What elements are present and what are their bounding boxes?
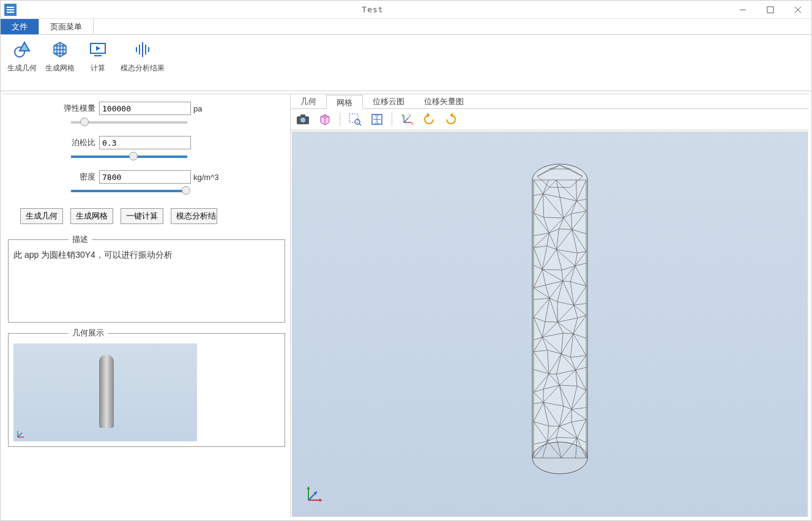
ribbon-generate-mesh[interactable]: 生成网格 — [45, 40, 75, 88]
poisson-input[interactable] — [99, 136, 191, 149]
ribbon-compute[interactable]: 计算 — [83, 40, 113, 88]
slider-thumb[interactable] — [80, 118, 89, 126]
mesh-viewport[interactable] — [292, 132, 808, 517]
slider-thumb[interactable] — [129, 152, 138, 160]
modal-results-button[interactable]: 模态分析结果 — [171, 208, 217, 224]
density-label: 密度 — [59, 171, 95, 182]
rotate-right-icon[interactable] — [442, 111, 460, 127]
svg-marker-17 — [96, 46, 100, 51]
svg-line-26 — [18, 433, 22, 437]
toolbar-separator — [340, 113, 340, 126]
cylinder-mesh — [531, 163, 589, 475]
svg-marker-274 — [319, 498, 322, 502]
svg-rect-4 — [767, 7, 773, 13]
one-click-compute-button[interactable]: 一键计算 — [121, 208, 163, 224]
poisson-label: 泊松比 — [59, 137, 95, 148]
view-cube-icon[interactable] — [316, 111, 333, 127]
titlebar: Test — [1, 1, 811, 19]
generate-geometry-icon — [12, 40, 32, 59]
svg-line-35 — [359, 124, 361, 126]
svg-rect-0 — [7, 7, 14, 8]
svg-rect-1 — [7, 9, 14, 10]
screenshot-icon[interactable] — [294, 111, 311, 127]
right-panel: 几何 网格 位移云图 位移矢量图 xyz — [291, 94, 809, 518]
ribbon-label: 生成几何 — [7, 63, 37, 73]
view-tab-mesh[interactable]: 网格 — [326, 95, 363, 109]
zoom-box-icon[interactable] — [346, 111, 363, 127]
zoom-extents-icon[interactable] — [368, 111, 386, 127]
rotate-left-icon[interactable] — [420, 111, 438, 127]
maximize-button[interactable] — [756, 1, 784, 19]
svg-point-34 — [355, 119, 360, 124]
svg-text:z: z — [409, 113, 411, 118]
menu-tab-file[interactable]: 文件 — [1, 19, 39, 34]
elastic-modulus-slider[interactable] — [71, 121, 187, 124]
geometry-preview-viewport[interactable] — [13, 343, 197, 441]
app-icon — [4, 4, 17, 16]
compute-icon — [88, 40, 108, 59]
svg-text:x: x — [411, 121, 414, 126]
ribbon-label: 生成网格 — [45, 63, 75, 73]
view-tab-displacement-vector[interactable]: 位移矢量图 — [414, 94, 474, 108]
view-toolbar: xyz — [291, 109, 809, 130]
slider-thumb[interactable] — [182, 186, 190, 195]
geometry-preview-fieldset: 几何展示 — [8, 328, 285, 447]
close-button[interactable] — [784, 1, 811, 19]
elastic-modulus-unit: pa — [193, 104, 202, 113]
ribbon-label: 模态分析结果 — [121, 63, 165, 73]
density-slider[interactable] — [71, 190, 187, 192]
svg-marker-276 — [307, 487, 310, 489]
svg-line-43 — [404, 118, 409, 122]
elastic-modulus-label: 弹性模量 — [59, 103, 95, 114]
menubar: 文件 页面菜单 — [1, 19, 811, 35]
minimize-button[interactable] — [729, 1, 756, 19]
poisson-slider[interactable] — [71, 156, 187, 158]
description-fieldset: 描述 此 app 为圆柱销30Y4，可以进行振动分析 — [8, 234, 285, 323]
svg-rect-2 — [7, 12, 14, 13]
geometry-preview-legend: 几何展示 — [69, 328, 108, 339]
generate-mesh-button[interactable]: 生成网格 — [70, 208, 113, 224]
svg-point-29 — [300, 118, 305, 122]
view-tab-displacement-contour[interactable]: 位移云图 — [363, 94, 414, 108]
menu-tab-page[interactable]: 页面菜单 — [39, 19, 94, 34]
axis-triad-icon — [16, 429, 26, 439]
ribbon: 生成几何 生成网格 计算 模态分析结果 — [1, 35, 811, 91]
svg-rect-33 — [349, 114, 358, 122]
ribbon-generate-geometry[interactable]: 生成几何 — [7, 40, 37, 88]
generate-mesh-icon — [50, 40, 70, 59]
ribbon-label: 计算 — [91, 63, 105, 73]
view-tab-geometry[interactable]: 几何 — [291, 94, 326, 108]
elastic-modulus-input[interactable] — [99, 102, 191, 115]
svg-rect-28 — [300, 114, 305, 117]
density-unit: kg/m^3 — [193, 173, 219, 182]
generate-geometry-button[interactable]: 生成几何 — [20, 208, 63, 224]
toolbar-separator — [392, 113, 392, 126]
svg-text:y: y — [401, 113, 404, 118]
cylinder-geometry — [99, 354, 114, 428]
axis-triad-icon[interactable]: xyz — [398, 111, 415, 127]
svg-marker-8 — [20, 42, 29, 51]
description-legend: 描述 — [69, 234, 92, 245]
axis-triad-icon — [304, 483, 326, 505]
left-panel: 弹性模量 pa 泊松比 密度 kg/m^3 — [3, 94, 291, 518]
density-input[interactable] — [99, 170, 191, 184]
window-title: Test — [17, 5, 729, 14]
modal-results-icon — [133, 40, 152, 59]
ribbon-modal-results[interactable]: 模态分析结果 — [121, 40, 165, 88]
view-tabs: 几何 网格 位移云图 位移矢量图 — [291, 94, 809, 109]
description-text: 此 app 为圆柱销30Y4，可以进行振动分析 — [13, 250, 280, 317]
